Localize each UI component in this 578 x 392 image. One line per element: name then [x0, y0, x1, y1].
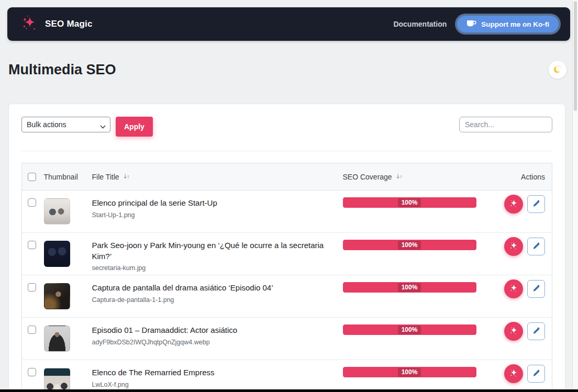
header-file-title: File Title	[92, 173, 119, 181]
select-all-checkbox[interactable]	[28, 173, 36, 181]
pencil-icon	[532, 284, 540, 294]
table-header-row: Thumbnail File Title	[22, 163, 552, 191]
row-checkbox[interactable]	[28, 368, 36, 376]
thumbnail-image	[44, 283, 70, 309]
coverage-progress-bar: 100%	[343, 197, 476, 208]
navbar: SEO Magic Documentation Support me on Ko…	[7, 7, 570, 41]
file-name: secretaria-kum.jpg	[92, 264, 335, 272]
coffee-cup-icon	[466, 20, 476, 29]
header-seo-coverage: SEO Coverage	[343, 173, 392, 181]
search-input[interactable]	[459, 117, 552, 132]
thumbnail-image	[44, 241, 70, 267]
sparkle-icon	[508, 241, 519, 253]
pencil-icon	[532, 199, 540, 209]
apply-button[interactable]: Apply	[116, 117, 153, 137]
browser-scrollbar[interactable]	[572, 0, 578, 392]
edit-button[interactable]	[527, 195, 545, 213]
sparkle-icon	[508, 283, 519, 295]
bulk-actions-select-wrap: Bulk actions	[21, 117, 110, 132]
coverage-label: 100%	[398, 283, 421, 292]
edit-button[interactable]	[527, 322, 545, 340]
row-checkbox[interactable]	[28, 326, 36, 334]
coverage-label: 100%	[398, 326, 421, 334]
row-checkbox[interactable]	[28, 283, 36, 292]
table-row: Episodio 01 – Dramaaddict: Actor asiátic…	[22, 318, 552, 360]
coverage-progress-bar: 100%	[343, 367, 476, 377]
sparkle-logo-icon	[20, 14, 39, 35]
sort-icon[interactable]	[396, 173, 403, 180]
page-title: Multimedia SEO	[8, 62, 116, 78]
thumbnail-image	[44, 198, 70, 225]
sort-icon[interactable]	[123, 173, 130, 180]
brand-name: SEO Magic	[45, 19, 93, 29]
file-name: LwLoX-f.png	[92, 381, 335, 388]
file-title: Episodio 01 – Dramaaddict: Actor asiátic…	[92, 325, 335, 335]
generate-seo-button[interactable]	[504, 237, 523, 256]
row-checkbox[interactable]	[28, 241, 36, 249]
file-title: Park Seo-joon y Park Min-young en ‘¿Qué …	[92, 240, 335, 262]
scrollbar-thumb[interactable]	[574, 1, 577, 111]
toolbar-divider	[21, 151, 552, 151]
header-actions: Actions	[485, 163, 552, 191]
file-name: Captura-de-pantalla-1-1.png	[92, 296, 335, 304]
table-row: Elenco de The Remarried Empress LwLoX-f.…	[22, 360, 552, 392]
documentation-link[interactable]: Documentation	[393, 20, 447, 28]
thumbnail-image	[44, 326, 70, 352]
file-title: Captura de pantalla del drama asiático ‘…	[92, 283, 335, 293]
media-list-card: Bulk actions Apply Thumbnail	[8, 104, 565, 392]
page-head: Multimedia SEO	[8, 60, 567, 79]
pencil-icon	[532, 369, 540, 379]
sparkle-icon	[508, 198, 519, 210]
row-checkbox[interactable]	[28, 198, 36, 207]
sparkle-icon	[508, 368, 519, 380]
moon-icon	[552, 63, 563, 76]
coverage-label: 100%	[398, 368, 421, 377]
generate-seo-button[interactable]	[504, 279, 523, 298]
file-name: Start-Up-1.png	[92, 211, 335, 219]
coverage-progress-bar: 100%	[343, 324, 476, 335]
media-table: Thumbnail File Title	[21, 163, 552, 392]
coverage-progress-bar: 100%	[343, 282, 476, 293]
bulk-actions-select[interactable]: Bulk actions	[21, 117, 110, 132]
file-name: adyF9bxDSb2IWQJhqtpQnZjgqw4.webp	[92, 339, 335, 346]
generate-seo-button[interactable]	[504, 322, 523, 341]
kofi-button-label: Support me on Ko-fi	[481, 20, 549, 28]
kofi-support-button[interactable]: Support me on Ko-fi	[457, 16, 559, 32]
edit-button[interactable]	[527, 238, 545, 255]
generate-seo-button[interactable]	[504, 195, 523, 214]
edit-button[interactable]	[527, 280, 545, 298]
header-thumbnail: Thumbnail	[44, 163, 92, 191]
sparkle-icon	[508, 326, 519, 338]
navbar-right: Documentation Support me on Ko-fi	[393, 16, 559, 32]
window-bottom-edge	[0, 389, 578, 392]
file-title: Elenco principal de la serie Start-Up	[92, 198, 335, 208]
edit-button[interactable]	[527, 365, 545, 383]
coverage-label: 100%	[398, 198, 421, 207]
table-row: Elenco principal de la serie Start-Up St…	[22, 191, 552, 233]
page-content: SEO Magic Documentation Support me on Ko…	[0, 7, 572, 392]
brand: SEO Magic	[20, 14, 93, 35]
coverage-label: 100%	[398, 241, 421, 250]
pencil-icon	[532, 327, 540, 337]
generate-seo-button[interactable]	[504, 364, 523, 383]
table-row: Captura de pantalla del drama asiático ‘…	[22, 275, 552, 318]
pencil-icon	[532, 242, 540, 252]
table-row: Park Seo-joon y Park Min-young en ‘¿Qué …	[22, 233, 552, 275]
file-title: Elenco de The Remarried Empress	[92, 367, 335, 378]
table-body: Elenco principal de la serie Start-Up St…	[22, 191, 552, 392]
coverage-progress-bar: 100%	[343, 240, 476, 250]
toolbar: Bulk actions Apply	[21, 117, 552, 137]
dark-mode-toggle[interactable]	[548, 60, 567, 79]
thumbnail-image	[44, 368, 70, 392]
